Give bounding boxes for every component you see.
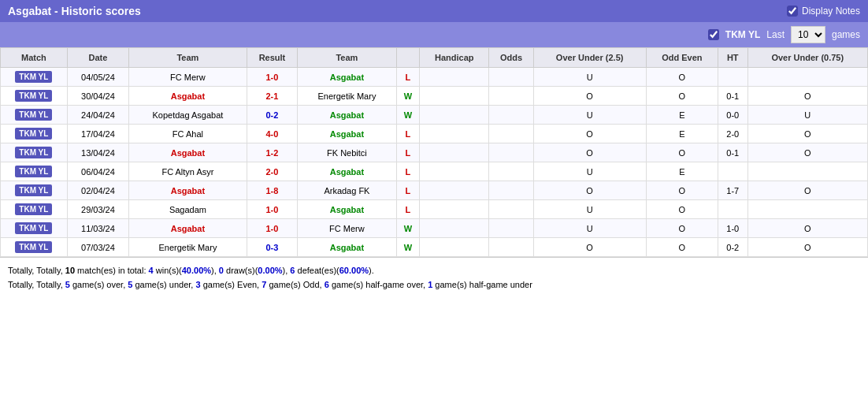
ht-cell: 1-7 xyxy=(718,181,747,200)
match-badge-cell: TKM YL xyxy=(1,200,68,219)
scores-table: Match Date Team Result Team Handicap Odd… xyxy=(0,47,868,257)
team1-cell: Asgabat xyxy=(129,143,247,162)
score-cell: 1-0 xyxy=(247,219,297,238)
result-cell: W xyxy=(396,238,419,257)
over-under2-cell: O xyxy=(747,125,867,143)
col-over-under: Over Under (2.5) xyxy=(533,48,646,68)
score-cell: 0-3 xyxy=(247,238,297,257)
date-cell: 17/04/24 xyxy=(67,125,128,143)
odd-even-cell: E xyxy=(646,162,718,181)
result-cell: W xyxy=(396,219,419,238)
match-badge-cell: TKM YL xyxy=(1,238,68,257)
result-cell: L xyxy=(396,162,419,181)
date-cell: 07/03/24 xyxy=(67,238,128,257)
date-cell: 29/03/24 xyxy=(67,200,128,219)
match-badge-cell: TKM YL xyxy=(1,181,68,200)
result-cell: L xyxy=(396,68,419,87)
result-cell: L xyxy=(396,125,419,143)
display-notes-control[interactable]: Display Notes xyxy=(787,6,860,17)
team1-cell: FC Altyn Asyr xyxy=(129,162,247,181)
header: Asgabat - Historic scores Display Notes xyxy=(0,0,868,22)
handicap-cell xyxy=(419,200,488,219)
over-under2-cell: O xyxy=(747,181,867,200)
col-odd-even: Odd Even xyxy=(646,48,718,68)
result-cell: L xyxy=(396,200,419,219)
over-under2-cell: O xyxy=(747,238,867,257)
handicap-cell xyxy=(419,68,488,87)
match-badge: TKM YL xyxy=(15,184,52,196)
odd-even-cell: E xyxy=(646,106,718,125)
match-badge-cell: TKM YL xyxy=(1,68,68,87)
team1-cell: Energetik Mary xyxy=(129,238,247,257)
last-label: Last xyxy=(766,29,785,40)
over-under2-cell: O xyxy=(747,87,867,106)
odd-even-cell: O xyxy=(646,181,718,200)
over-under-cell: U xyxy=(533,68,646,87)
over-under-cell: O xyxy=(533,87,646,106)
match-badge: TKM YL xyxy=(15,109,52,121)
match-badge: TKM YL xyxy=(15,241,52,253)
team2-cell: Asgabat xyxy=(298,125,397,143)
score-cell: 1-2 xyxy=(247,143,297,162)
odds-cell xyxy=(489,87,533,106)
date-cell: 02/04/24 xyxy=(67,181,128,200)
handicap-cell xyxy=(419,106,488,125)
odds-cell xyxy=(489,162,533,181)
ht-cell xyxy=(718,200,747,219)
handicap-cell xyxy=(419,87,488,106)
match-badge: TKM YL xyxy=(15,166,52,177)
ht-cell: 0-1 xyxy=(718,87,747,106)
col-team2: Team xyxy=(298,48,397,68)
team1-cell: Kopetdag Asgabat xyxy=(129,106,247,125)
team2-cell: FC Merw xyxy=(298,219,397,238)
odds-cell xyxy=(489,68,533,87)
odd-even-cell: O xyxy=(646,87,718,106)
date-cell: 04/05/24 xyxy=(67,68,128,87)
col-over-under2: Over Under (0.75) xyxy=(747,48,867,68)
odd-even-cell: O xyxy=(646,68,718,87)
team1-cell: Asgabat xyxy=(129,181,247,200)
score-cell: 2-0 xyxy=(247,162,297,181)
result-cell: L xyxy=(396,143,419,162)
last-games-select[interactable]: 5 10 15 20 All xyxy=(791,26,825,43)
score-cell: 0-2 xyxy=(247,106,297,125)
odd-even-cell: O xyxy=(646,238,718,257)
odd-even-cell: O xyxy=(646,219,718,238)
team2-cell: Asgabat xyxy=(298,200,397,219)
ht-cell: 0-2 xyxy=(718,238,747,257)
ht-cell: 2-0 xyxy=(718,125,747,143)
ht-cell xyxy=(718,162,747,181)
over-under2-cell xyxy=(747,68,867,87)
header-title: Asgabat - Historic scores xyxy=(8,5,141,17)
odds-cell xyxy=(489,181,533,200)
handicap-cell xyxy=(419,238,488,257)
odds-cell xyxy=(489,219,533,238)
over-under-cell: U xyxy=(533,162,646,181)
team1-cell: FC Ahal xyxy=(129,125,247,143)
date-cell: 13/04/24 xyxy=(67,143,128,162)
team2-cell: Asgabat xyxy=(298,106,397,125)
summary: Totally, Totally, 10 match(es) in total:… xyxy=(0,257,868,298)
match-badge: TKM YL xyxy=(15,222,52,234)
odd-even-cell: O xyxy=(646,200,718,219)
team2-cell: Asgabat xyxy=(298,162,397,181)
result-cell: L xyxy=(396,181,419,200)
col-handicap: Handicap xyxy=(419,48,488,68)
display-notes-checkbox[interactable] xyxy=(787,6,798,17)
tkm-yl-checkbox[interactable] xyxy=(708,29,719,40)
match-badge: TKM YL xyxy=(15,147,52,158)
ht-cell xyxy=(718,68,747,87)
team2-cell: Energetik Mary xyxy=(298,87,397,106)
ht-cell: 0-1 xyxy=(718,143,747,162)
date-cell: 30/04/24 xyxy=(67,87,128,106)
col-ht: HT xyxy=(718,48,747,68)
col-date: Date xyxy=(67,48,128,68)
ht-cell: 0-0 xyxy=(718,106,747,125)
match-badge: TKM YL xyxy=(15,128,52,140)
over-under2-cell: U xyxy=(747,106,867,125)
over-under2-cell: O xyxy=(747,143,867,162)
match-badge-cell: TKM YL xyxy=(1,162,68,181)
odds-cell xyxy=(489,200,533,219)
date-cell: 24/04/24 xyxy=(67,106,128,125)
team1-cell: Sagadam xyxy=(129,200,247,219)
